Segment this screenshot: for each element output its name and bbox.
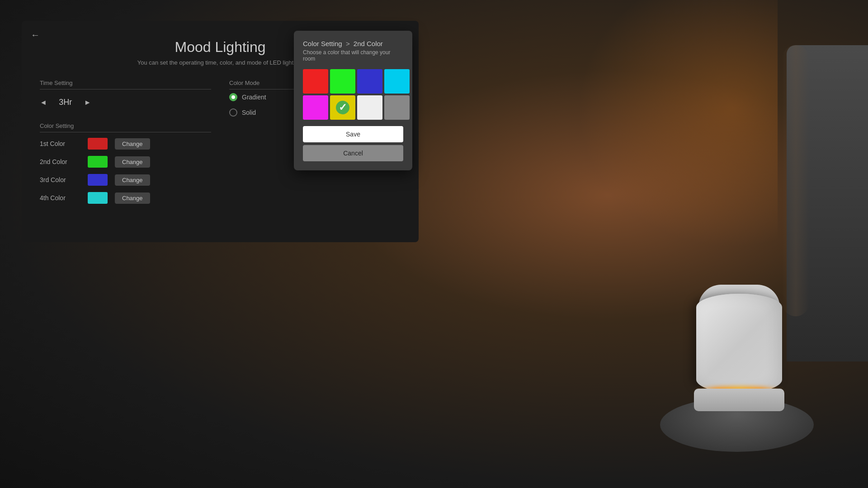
time-prev-button[interactable]: ◄ (40, 99, 47, 107)
color-option-white[interactable] (357, 95, 382, 120)
modal-save-button[interactable]: Save (303, 126, 403, 142)
breadcrumb-part2: 2nd Color (354, 40, 383, 47)
color-grid (303, 69, 403, 120)
modal-breadcrumb: Color Setting > 2nd Color (303, 40, 403, 47)
time-setting-label: Time Setting (40, 80, 211, 89)
color-setting-label: Color Setting (40, 122, 211, 132)
sofa-arm-highlight (782, 45, 809, 316)
color4-swatch (88, 192, 108, 204)
radio-solid-label: Solid (242, 109, 256, 116)
color-option-gray[interactable] (384, 95, 410, 120)
device (694, 285, 784, 411)
time-next-button[interactable]: ► (84, 99, 91, 107)
color-option-red[interactable] (303, 69, 328, 94)
color2-swatch (88, 156, 108, 168)
color-option-green[interactable] (330, 69, 355, 94)
time-control: ◄ 3Hr ► (40, 93, 211, 112)
modal-cancel-button[interactable]: Cancel (303, 145, 403, 161)
color-option-cyan[interactable] (384, 69, 410, 94)
time-value: 3Hr (54, 98, 77, 107)
radio-solid-circle (229, 108, 237, 117)
scene: ← Mood Lighting You can set the operatin… (0, 0, 868, 488)
color-picker-modal: Color Setting > 2nd Color Choose a color… (294, 31, 412, 170)
radio-gradient-label: Gradient (242, 94, 266, 101)
color-option-blue[interactable] (357, 69, 382, 94)
color-row-2: 2nd Color Change (40, 156, 211, 168)
color3-change-button[interactable]: Change (115, 174, 150, 186)
color1-change-button[interactable]: Change (115, 138, 150, 150)
color-row-4: 4th Color Change (40, 192, 211, 204)
color3-swatch (88, 174, 108, 186)
color1-swatch (88, 138, 108, 150)
breadcrumb-part1: Color Setting (303, 40, 342, 47)
breadcrumb-separator: > (346, 40, 350, 47)
radio-gradient-circle (229, 93, 237, 101)
back-button[interactable]: ← (31, 30, 40, 40)
device-base (694, 389, 784, 411)
color-option-yellow[interactable] (330, 95, 355, 120)
left-column: Time Setting ◄ 3Hr ► Color Setting 1st C… (40, 80, 211, 210)
color3-label: 3rd Color (40, 176, 80, 183)
color-row-3: 3rd Color Change (40, 174, 211, 186)
color2-change-button[interactable]: Change (115, 156, 150, 168)
color2-label: 2nd Color (40, 158, 80, 165)
device-body (696, 294, 782, 393)
color-option-magenta[interactable] (303, 95, 328, 120)
color4-label: 4th Color (40, 194, 80, 202)
modal-subtitle: Choose a color that will change your roo… (303, 49, 403, 62)
color4-change-button[interactable]: Change (115, 192, 150, 204)
color-row-1: 1st Color Change (40, 138, 211, 150)
color1-label: 1st Color (40, 140, 80, 147)
